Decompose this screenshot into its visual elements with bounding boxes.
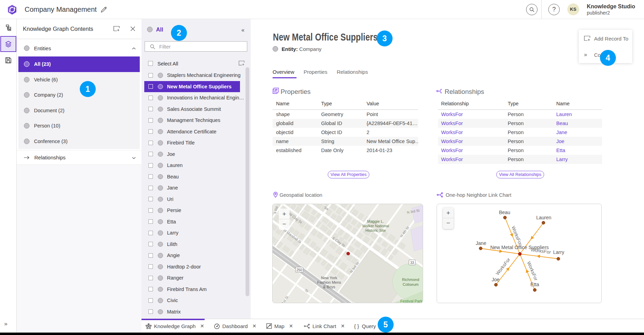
svg-text:Jane: Jane: [476, 240, 487, 246]
svg-text:New Metal Office Suppliers: New Metal Office Suppliers: [490, 245, 549, 250]
svg-text:Historic Site: Historic Site: [366, 228, 386, 232]
svg-text:Fashion Mens: Fashion Mens: [317, 280, 341, 284]
svg-text:Beau: Beau: [499, 210, 510, 215]
svg-text:Joe: Joe: [492, 277, 500, 282]
svg-text:Walker National: Walker National: [362, 224, 389, 228]
svg-text:& Boys: & Boys: [323, 285, 335, 289]
svg-text:Larry: Larry: [553, 249, 564, 255]
svg-text:Etta: Etta: [531, 282, 539, 287]
svg-text:33: 33: [410, 261, 414, 265]
svg-text:Maggie L.: Maggie L.: [367, 219, 384, 223]
svg-text:Festival Park: Festival Park: [400, 299, 422, 303]
svg-text:Lauren: Lauren: [536, 215, 551, 220]
svg-text:WorksFor: WorksFor: [495, 257, 512, 276]
svg-text:New York: New York: [321, 276, 337, 280]
svg-text:250: 250: [297, 268, 302, 272]
svg-text:Coliseum: Coliseum: [403, 282, 419, 286]
svg-text:Richmond: Richmond: [402, 277, 419, 282]
